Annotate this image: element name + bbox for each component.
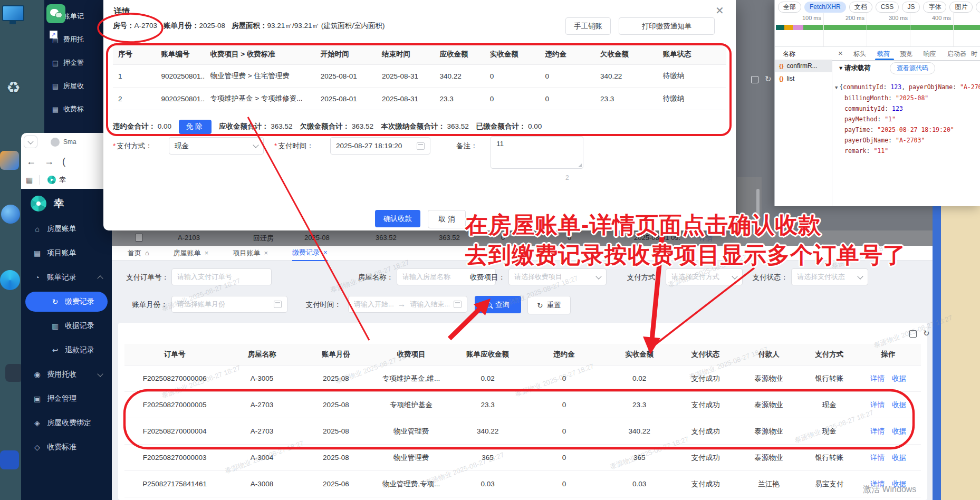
bg-window-item[interactable]: ▤押金管 [52, 58, 84, 68]
pay-time-input[interactable]: 2025-08-27 18:19:20 [330, 137, 430, 155]
close-icon[interactable]: ✕ [715, 4, 724, 17]
sidebar-item-房屋收费绑定[interactable]: ◈房屋收费绑定 [21, 411, 112, 435]
manual-writeoff-button[interactable]: 手工销账 [565, 17, 611, 35]
desktop-icon-app-blue-2[interactable] [0, 450, 19, 469]
bookmark-favicon[interactable] [47, 176, 56, 184]
devtools-tab-启动器[interactable]: 启动器 [947, 50, 966, 59]
receipt-link[interactable]: 收据 [892, 427, 906, 435]
tab-首页[interactable]: 首页⌂ [128, 246, 149, 261]
table-cell: 待缴纳 [658, 65, 726, 88]
reset-button[interactable]: ↻ 重置 [527, 296, 571, 314]
json-key: communityId [844, 105, 885, 112]
devtools-tab-预览[interactable]: 预览 [900, 50, 912, 59]
back-button[interactable]: ← [26, 156, 36, 167]
reload-icon[interactable]: ( [62, 156, 65, 167]
json-root-line[interactable]: ▼{communityId: 123, payerObjName: "A-270… [835, 82, 980, 93]
table-cell: 23.3 [602, 392, 676, 418]
filter-chip-CSS[interactable]: CSS [876, 2, 899, 13]
desktop-icon-app-blue[interactable] [1, 205, 20, 224]
sidebar-item-押金管理[interactable]: ▣押金管理 [21, 387, 112, 411]
ruler-label: 100 ms [793, 15, 821, 21]
wechat-icon[interactable] [46, 4, 65, 23]
filter-chip-Fetch/XHR[interactable]: Fetch/XHR [804, 2, 846, 13]
cancel-button[interactable]: 取 消 [428, 210, 466, 228]
recycle-bin-icon[interactable]: ♻ [6, 78, 21, 97]
bill-item-row: 19020250801...物业管理费 > 住宅管理费2025-08-01202… [113, 65, 726, 88]
filter-chip-JS[interactable]: JS [902, 2, 920, 13]
detail-link[interactable]: 详情 [870, 374, 885, 382]
print-notice-button[interactable]: 打印缴费通知单 [619, 17, 715, 35]
devtools-tab-标头[interactable]: 标头 [853, 50, 866, 59]
sidebar-item-项目账单[interactable]: ▤项目账单 [21, 241, 112, 265]
bg-window-item[interactable]: ▤收费标 [52, 104, 84, 114]
devtools-tab-时[interactable]: 时 [971, 50, 977, 59]
tab-缴费记录[interactable]: 缴费记录× [292, 245, 328, 261]
bg-window-item[interactable]: ▤房屋收 [52, 81, 84, 91]
close-icon[interactable]: × [838, 49, 843, 57]
refresh-icon[interactable]: ↻ [765, 74, 772, 84]
devtools-tab-响应[interactable]: 响应 [924, 50, 936, 59]
filter-select-3[interactable]: 请选择支付方式 [666, 268, 743, 285]
filter-chip-图片[interactable]: 图片 [949, 2, 973, 13]
filter-chip-文档[interactable]: 文档 [849, 2, 872, 13]
filter-chip-媒体[interactable]: 媒体 [976, 2, 980, 13]
pay-time-range-input[interactable]: 请输入开始... → 请输入结束... [348, 296, 467, 313]
pay-method-select[interactable]: 现金 [169, 137, 264, 155]
confirm-payment-button[interactable]: 确认收款 [375, 210, 420, 227]
filter-select-4[interactable]: 请选择支付状态 [791, 268, 868, 285]
fullscreen-icon[interactable] [751, 76, 758, 85]
tab-房屋账单[interactable]: 房屋账单× [174, 246, 209, 261]
receipt-link[interactable]: 收据 [892, 454, 906, 461]
row-checkbox[interactable] [135, 234, 143, 242]
waive-button[interactable]: 免除 [179, 120, 212, 134]
sidebar-item-费用托收[interactable]: ◉费用托收 [21, 362, 112, 387]
apps-grid-icon[interactable]: ▦ [26, 176, 33, 184]
sidebar-item-收据记录[interactable]: ▥收据记录 [21, 314, 112, 338]
filter-input-0[interactable]: 请输入支付订单号 [171, 268, 272, 285]
tab-项目账单[interactable]: 项目账单× [233, 246, 268, 261]
desktop-icon-this-pc[interactable] [2, 5, 24, 21]
sidebar-item-退款记录[interactable]: ↩退款记录 [21, 338, 112, 362]
forward-button[interactable]: → [44, 156, 54, 167]
fullscreen-icon[interactable] [909, 330, 917, 340]
sidebar-item-缴费记录[interactable]: ↻缴费记录 [25, 292, 108, 312]
browser-tab-title[interactable]: Sma [63, 138, 76, 146]
receipt-link[interactable]: 收据 [892, 401, 906, 409]
desktop-icon-folder[interactable] [0, 151, 19, 170]
desktop-icon-dark-app[interactable] [5, 364, 23, 382]
search-button[interactable]: 查询 [475, 296, 521, 313]
collapse-button[interactable] [24, 136, 37, 148]
close-tab-icon[interactable]: × [264, 249, 268, 257]
table-cell: 银行转账 [803, 445, 856, 471]
sidebar-item-收费标准[interactable]: ◇收费标准 [21, 435, 112, 459]
close-tab-icon[interactable]: × [205, 249, 209, 257]
remark-textarea[interactable]: 11 [491, 136, 583, 169]
devtools-tab-载荷[interactable]: 载荷 [877, 50, 890, 59]
detail-link[interactable]: 详情 [870, 454, 885, 461]
table-row: P250827175841461A-30082025-06物业管理费,专项...… [124, 471, 921, 497]
sidebar-item-label: 押金管理 [47, 394, 76, 403]
filter-chip-全部[interactable]: 全部 [778, 2, 801, 13]
table-cell: 2025-08-01 [315, 88, 377, 110]
total-label: 欠缴金额合计： [300, 122, 350, 130]
table-cell: 银行转账 [803, 366, 856, 392]
request-row-list[interactable]: {}list [775, 72, 832, 85]
bookmark-label[interactable]: 幸 [59, 175, 66, 185]
request-row-confirmR...[interactable]: {}confirmR... [775, 60, 832, 72]
detail-link[interactable]: 详情 [870, 401, 885, 409]
detail-link[interactable]: 详情 [699, 234, 713, 243]
filter-chip-字体[interactable]: 字体 [923, 2, 946, 13]
total-item: 已缴金额合计： 0.00 [476, 122, 542, 131]
view-source-button[interactable]: 查看源代码 [890, 62, 935, 74]
refresh-icon[interactable]: ↻ [923, 329, 930, 338]
devtools-overview-band [775, 25, 980, 30]
close-tab-icon[interactable]: × [323, 248, 328, 256]
json-token: payerObjName [909, 83, 953, 91]
sidebar-item-房屋账单[interactable]: ⌂房屋账单 [21, 217, 112, 241]
desktop-icon-edge[interactable] [0, 270, 20, 290]
filter-select-2[interactable]: 请选择收费项目 [508, 268, 607, 285]
receipt-link[interactable]: 收据 [892, 374, 906, 382]
bill-month-input[interactable]: 请选择账单月份 [171, 296, 287, 313]
detail-link[interactable]: 详情 [870, 427, 885, 435]
sidebar-item-账单记录[interactable]: ◔账单记录 [21, 265, 112, 290]
